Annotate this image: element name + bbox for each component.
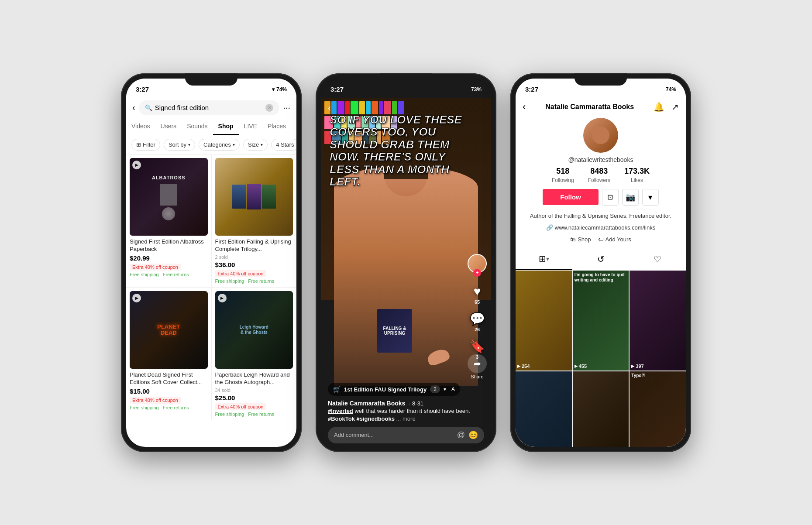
likes-label: Likes	[631, 177, 643, 183]
profile-bio: Author of the Falling & Uprising Series.…	[530, 212, 671, 220]
product-coupon-planetdead: Extra 40% off coupon	[130, 397, 181, 404]
follow-button[interactable]: Follow	[543, 189, 599, 205]
notch	[185, 73, 237, 86]
product-shipping-albatross: Free shipping Free returns	[130, 272, 208, 277]
clear-button[interactable]: ✕	[265, 104, 273, 112]
add-yours-item[interactable]: 🏷 Add Yours	[598, 236, 631, 243]
video-thumb-5[interactable]: ▶ 568	[573, 371, 629, 447]
phone-profile: 3:27 74% ‹ Natalie Cammaratta Books 🔔 ↗	[510, 73, 691, 452]
hashtag-signedbooks: #signedbooks	[357, 415, 395, 422]
following-stat[interactable]: 518 Following	[552, 167, 574, 184]
repost-icon: ↺	[597, 254, 605, 264]
tab-videos[interactable]: Videos	[126, 118, 155, 135]
search-input-wrap[interactable]: 🔍 Signed first edition ✕	[139, 100, 280, 115]
book-spine	[384, 101, 391, 114]
followers-stat[interactable]: 8483 Followers	[588, 167, 610, 184]
profile-stats: 518 Following 8483 Followers 173.3K Like…	[552, 167, 650, 184]
at-icon: @	[457, 430, 465, 439]
filter-icon: ⊞	[136, 141, 141, 148]
returns-label: Free returns	[163, 272, 189, 277]
shop-item[interactable]: 🛍 Shop	[570, 236, 591, 243]
shop-badge[interactable]: 🛒 1st Edition FAU Signed Trilogy 2 ▾ A	[328, 383, 460, 396]
likes-count: 173.3K	[624, 167, 650, 176]
tab-liked[interactable]: ♡	[629, 248, 686, 270]
profile-link[interactable]: 🔗 www.nataliecammarattabooks.com/links	[546, 224, 655, 231]
video-back-button[interactable]: ‹	[328, 103, 331, 114]
comment-button[interactable]: 💬 26	[470, 312, 485, 332]
tab-grid[interactable]: ⊞ ▾	[516, 248, 572, 270]
albatross-image: ALBATROSS	[130, 158, 208, 236]
sort-by-button[interactable]: Sort by ▾	[164, 139, 195, 151]
video-thumb-4[interactable]: ▶ 898	[516, 371, 572, 447]
returns-label: Free returns	[248, 412, 274, 417]
cart-icon: 🛒	[333, 386, 341, 393]
product-coupon-ghosts: Extra 40% off coupon	[215, 403, 266, 410]
video-thumb-1[interactable]: ▶ 254	[516, 271, 572, 371]
more-options-button[interactable]: ▾	[642, 189, 659, 206]
hashtag-booktok: #BookTok	[328, 415, 355, 422]
video-text-2: I'm going to have to quit writing and ed…	[575, 272, 627, 283]
tab-places[interactable]: Places	[262, 118, 291, 135]
shipping-label: Free shipping	[130, 272, 159, 277]
tab-hashtags[interactable]: Hashtags	[291, 118, 296, 135]
follow-plus-icon[interactable]: +	[473, 269, 481, 277]
count-3: 397	[636, 364, 643, 369]
scene: 3:27 ▾ 74% ‹ 🔍 Signed first edition ✕ ··…	[103, 56, 709, 470]
followers-label: Followers	[588, 177, 610, 183]
back-button[interactable]: ‹	[132, 103, 135, 113]
book2	[247, 184, 261, 209]
book-spine	[379, 101, 383, 114]
likes-stat[interactable]: 173.3K Likes	[624, 167, 650, 184]
bookmark-button[interactable]: 🔖 3	[470, 339, 485, 360]
tab-sounds[interactable]: Sounds	[182, 118, 213, 135]
phone-screen: 3:27 ▾ 74% ‹ 🔍 Signed first edition ✕ ··…	[126, 79, 296, 447]
video-thumb-3[interactable]: ▶ 397	[630, 271, 686, 371]
phone-screen-2: FALLING &UPRISING SO IF YOU LOVE THESE C…	[321, 79, 491, 447]
product-coupon-albatross: Extra 40% off coupon	[130, 264, 181, 271]
product-card-ghosts[interactable]: Leigh Howard& the Ghosts ▶ Paperback Lei…	[212, 288, 297, 420]
play-icon-albatross: ▶	[132, 161, 141, 169]
video-thumb-6[interactable]: Typo?! ▶ 1043	[630, 371, 686, 447]
comment-placeholder: Add comment...	[334, 432, 454, 438]
albatross-deco	[162, 207, 175, 220]
returns-label: Free returns	[163, 405, 189, 410]
size-button[interactable]: Size ▾	[243, 139, 268, 151]
caption-more[interactable]: ... more	[396, 415, 416, 422]
tabs-row: Videos Users Sounds Shop LIVE Places Has…	[126, 118, 296, 135]
product-shipping-trilogy: Free shipping Free returns	[215, 278, 293, 284]
tab-shop[interactable]: Shop	[213, 118, 239, 135]
filter-row: ⊞ Filter Sort by ▾ Categories ▾ Size ▾ 4…	[126, 135, 296, 154]
product-card-trilogy[interactable]: First Edition Falling & Uprising Complet…	[212, 154, 297, 287]
grid-arrow-icon: ▾	[546, 255, 549, 262]
categories-button[interactable]: Categories ▾	[199, 139, 240, 151]
add-yours-label: Add Yours	[606, 236, 631, 243]
stars-button[interactable]: 4 Stars	[271, 139, 296, 151]
share-profile-icon[interactable]: ↗	[671, 102, 679, 112]
bookmark-count: 3	[476, 354, 478, 360]
video-thumb-2[interactable]: I'm going to have to quit writing and ed…	[573, 271, 629, 371]
search-bar: ‹ 🔍 Signed first edition ✕ ···	[126, 98, 296, 118]
comment-count: 26	[475, 327, 480, 332]
hashtag-inverted: #Inverted	[328, 408, 353, 414]
filter-button[interactable]: ⊞ Filter	[131, 139, 160, 151]
video-date: · 8-31	[409, 400, 423, 407]
tab-repost[interactable]: ↺	[572, 248, 629, 270]
book-held: FALLING &UPRISING	[377, 309, 412, 353]
tab-live[interactable]: LIVE	[239, 118, 262, 135]
product-card-albatross[interactable]: ALBATROSS ▶ Signed First Edition Albatro…	[126, 154, 211, 287]
product-shipping-ghosts: Free shipping Free returns	[215, 412, 293, 417]
add-icon: 🏷	[598, 236, 604, 243]
bell-icon[interactable]: 🔔	[654, 102, 664, 112]
tab-users[interactable]: Users	[155, 118, 182, 135]
profile-back-button[interactable]: ‹	[523, 101, 526, 113]
more-icon[interactable]: ···	[283, 103, 290, 113]
link-icon: 🔗	[546, 224, 553, 231]
like-button[interactable]: ♥ 65	[474, 285, 481, 305]
comment-input[interactable]: Add comment... @ 😊	[328, 427, 484, 443]
shop-arrow-icon: ▾	[444, 386, 446, 392]
instagram-button[interactable]: 📷	[622, 189, 639, 206]
product-card-planetdead[interactable]: PLANETDEAD ▶ Planet Dead Signed First Ed…	[126, 288, 211, 420]
grid-icon: ⊞	[539, 254, 546, 264]
like-count: 65	[475, 299, 480, 305]
tiktok-filter-button[interactable]: ⊡	[602, 189, 619, 206]
